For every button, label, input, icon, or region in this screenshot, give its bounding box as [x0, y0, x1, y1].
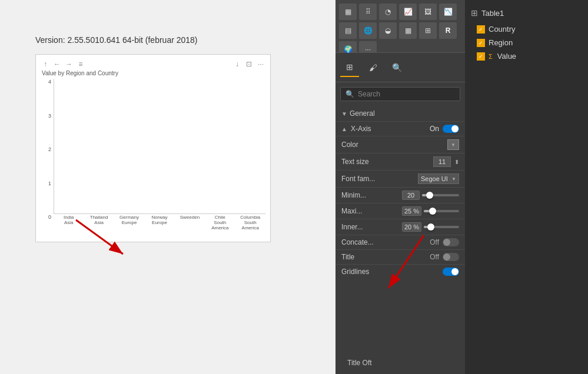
inner-value: 20 %: [402, 222, 421, 232]
chart-container: ↑ ← → ≡ ↓ ⊡ ··· Value by Region and Coun…: [35, 54, 271, 242]
minim-row: Minim... 20: [335, 187, 465, 203]
toolbar-bar-chart-icon[interactable]: ▦: [339, 4, 357, 20]
label-thailand: Thailand Asia: [86, 215, 111, 232]
concate-track[interactable]: [443, 238, 459, 246]
font-fam-row: Font fam... Segoe UI ▼: [335, 170, 465, 187]
chart-more-icon[interactable]: ···: [256, 59, 265, 69]
minim-slider-row: 20: [402, 191, 459, 200]
label-norway-sub: Europe: [152, 221, 167, 226]
x-axis-label: X-Axis: [351, 125, 426, 133]
x-axis-toggle-track[interactable]: [443, 125, 459, 133]
text-size-input[interactable]: [433, 156, 451, 167]
y-label-1: 1: [48, 181, 51, 186]
vis-format-icon[interactable]: 🖌: [364, 58, 383, 77]
maxi-slider[interactable]: [424, 210, 459, 212]
gridlines-toggle-track[interactable]: [443, 268, 459, 276]
toolbar-scatter-icon[interactable]: ⠿: [359, 4, 377, 20]
field-name-country: Country: [489, 25, 516, 34]
toolbar-r-icon[interactable]: R: [439, 22, 457, 39]
title-thumb: [443, 253, 450, 261]
toolbar-gauge-icon[interactable]: ◒: [379, 22, 397, 39]
version-text: Version: 2.55.5010.641 64-bit (februar 2…: [35, 35, 198, 45]
maxi-value: 25 %: [402, 206, 421, 216]
concate-row: Concate... Off: [335, 235, 465, 249]
y-label-2: 2: [48, 146, 51, 152]
field-sigma-icon: Σ: [489, 53, 493, 60]
gridlines-label: Gridlines: [341, 268, 439, 276]
toolbar-line-icon[interactable]: 📉: [439, 4, 457, 20]
title-track[interactable]: [443, 253, 459, 261]
chart-left-icon[interactable]: ←: [52, 59, 62, 69]
chart-up-icon[interactable]: ↑: [41, 59, 50, 69]
font-fam-dropdown[interactable]: Segoe UI ▼: [418, 173, 459, 184]
toolbar-area-icon[interactable]: 📈: [399, 4, 417, 20]
toolbar-map-icon[interactable]: 🌐: [359, 22, 377, 39]
maxi-row: Maxi... 25 %: [335, 203, 465, 219]
toolbar-kpi-icon[interactable]: ▤: [339, 22, 357, 39]
gridlines-toggle-thumb: [451, 268, 459, 275]
label-sweeden-text: Sweeden: [180, 215, 200, 221]
chart-toolbar: ↑ ← → ≡ ↓ ⊡ ···: [41, 59, 265, 69]
field-checkbox-region[interactable]: ✓: [477, 39, 485, 47]
text-size-stepper[interactable]: ⬍: [454, 159, 459, 165]
title-label: Title: [341, 253, 426, 261]
color-row: Color ▼: [335, 136, 465, 153]
label-germany-sub: Europe: [122, 221, 137, 226]
x-axis-value: On: [430, 125, 439, 133]
chart-menu-icon[interactable]: ≡: [76, 59, 85, 69]
chart-toolbar-right: ↓ ⊡ ···: [232, 59, 265, 69]
color-dropdown-icon: ▼: [451, 142, 456, 148]
label-india: India Asia: [56, 215, 81, 232]
vis-analytics-icon[interactable]: 🔍: [387, 58, 406, 77]
title-toggle[interactable]: Off: [430, 253, 459, 261]
search-input[interactable]: [358, 90, 455, 98]
inner-row: Inner... 20 %: [335, 219, 465, 235]
title-row: Title Off: [335, 249, 465, 264]
toolbar-matrix-icon[interactable]: ⊞: [419, 22, 437, 39]
x-axis-row: ▲ X-Axis On: [335, 121, 465, 136]
field-row-value[interactable]: ✓ Σ Value: [465, 49, 588, 63]
x-axis-labels: India Asia Thailand Asia Germany Europe …: [54, 214, 265, 232]
toolbar-pie-icon[interactable]: ◔: [379, 4, 397, 20]
field-row-country[interactable]: ✓ Country: [465, 22, 588, 36]
chart-expand-icon[interactable]: ⊡: [244, 59, 254, 69]
general-section: ▼ General ▲ X-Axis On Color ▼ Text size: [335, 106, 465, 279]
y-label-4: 4: [48, 79, 51, 85]
table-name: Table1: [481, 9, 504, 18]
search-box[interactable]: 🔍: [340, 87, 460, 101]
title-off-label: Off: [430, 253, 439, 261]
bottom-title-label: Title Oft: [341, 358, 378, 368]
y-label-0: 0: [48, 214, 51, 220]
toolbar-table-icon[interactable]: ▦: [399, 22, 417, 39]
left-panel: Version: 2.55.5010.641 64-bit (februar 2…: [0, 0, 335, 374]
maxi-label: Maxi...: [341, 207, 398, 215]
field-row-region[interactable]: ✓ Region: [465, 36, 588, 49]
field-checkbox-country[interactable]: ✓: [477, 25, 485, 34]
color-box[interactable]: ▼: [447, 139, 459, 150]
search-icon: 🔍: [346, 90, 354, 98]
general-header[interactable]: ▼ General: [335, 106, 465, 121]
label-chile: Chile South America: [207, 215, 232, 232]
table-icon: ⊞: [471, 8, 478, 18]
concate-toggle[interactable]: Off: [430, 238, 459, 246]
toolbar-img-icon[interactable]: 🖼: [419, 4, 437, 20]
inner-slider-row: 20 %: [402, 222, 459, 232]
text-size-row: Text size ⬍: [335, 153, 465, 170]
y-axis: 4 3 2 1 0: [41, 79, 52, 232]
field-checkbox-value[interactable]: ✓: [477, 52, 485, 61]
x-axis-toggle[interactable]: On: [430, 125, 459, 133]
chart-title: Value by Region and Country: [41, 70, 265, 76]
gridlines-toggle[interactable]: [443, 268, 459, 276]
icon-toolbar-top: ▦ ⠿ ◔ 📈 🖼 📉 ▤ 🌐 ◒ ▦ ⊞ R 🌍 ···: [335, 0, 465, 53]
x-axis-toggle-thumb: [451, 125, 459, 132]
vis-fields-icon[interactable]: ⊞: [340, 58, 359, 77]
font-fam-value: Segoe UI: [421, 175, 448, 182]
chart-down-icon[interactable]: ↓: [232, 59, 242, 69]
label-norway: Norway Europe: [147, 215, 172, 232]
chart-right-icon[interactable]: →: [64, 59, 74, 69]
vis-toolbar: ⊞ 🖌 🔍: [335, 53, 465, 82]
inner-slider[interactable]: [424, 226, 459, 228]
minim-slider[interactable]: [422, 194, 459, 196]
x-axis-expand-icon: ▲: [341, 126, 347, 132]
table-header: ⊞ Table1: [465, 6, 588, 22]
